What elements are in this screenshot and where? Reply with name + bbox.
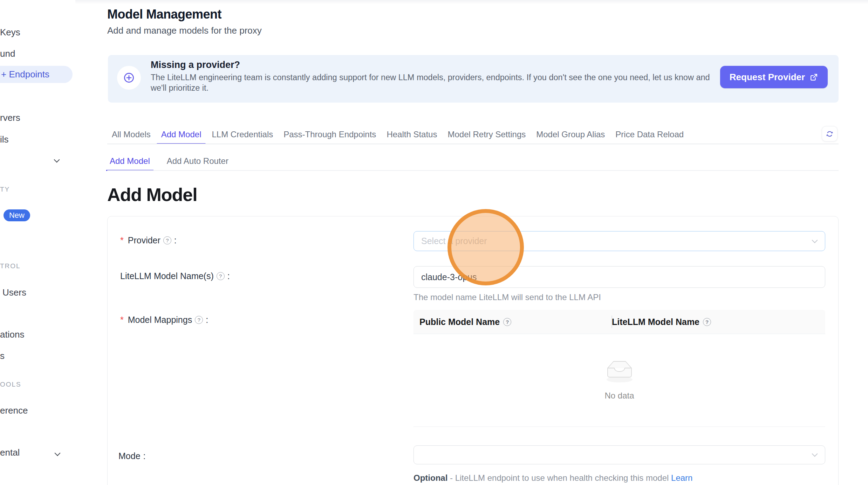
sidebar-section-ools: OOLS bbox=[0, 380, 21, 389]
label-colon: : bbox=[206, 315, 208, 325]
sidebar-collapse-item[interactable] bbox=[54, 158, 60, 164]
table-header-row: Public Model Name ? LiteLLM Model Name ? bbox=[414, 310, 825, 334]
chevron-down-icon bbox=[813, 238, 817, 243]
model-management-page: Keys und + Endpoints rvers ils TY New TR… bbox=[0, 0, 868, 485]
no-data-text: No data bbox=[604, 391, 634, 401]
tab-llm-credentials[interactable]: LLM Credentials bbox=[207, 125, 278, 144]
help-icon[interactable]: ? bbox=[217, 272, 225, 280]
page-subtitle: Add and manage models for the proxy bbox=[107, 25, 262, 36]
model-mappings-table: Public Model Name ? LiteLLM Model Name ?… bbox=[414, 310, 825, 427]
sidebar-item-endpoints-label: + Endpoints bbox=[1, 69, 49, 80]
model-name-helper: The model name LiteLLM will send to the … bbox=[414, 292, 601, 302]
banner-title: Missing a provider? bbox=[151, 60, 240, 70]
new-badge: New bbox=[4, 209, 30, 221]
sidebar-item-erence[interactable]: erence bbox=[0, 404, 28, 416]
refresh-button[interactable] bbox=[822, 126, 838, 141]
tab-health-status[interactable]: Health Status bbox=[382, 125, 442, 144]
provider-label: * Provider ? : bbox=[120, 235, 177, 245]
plus-circle-icon bbox=[117, 66, 141, 90]
sidebar-item-ils[interactable]: ils bbox=[0, 133, 9, 145]
tab-pass-through-endpoints[interactable]: Pass-Through Endpoints bbox=[279, 125, 381, 144]
tab-all-models[interactable]: All Models bbox=[107, 125, 155, 144]
mode-label: Mode : bbox=[118, 451, 146, 461]
help-icon[interactable]: ? bbox=[503, 318, 511, 326]
chevron-down-icon bbox=[55, 451, 60, 456]
refresh-icon bbox=[826, 130, 834, 138]
form-heading: Add Model bbox=[107, 184, 197, 205]
model-mappings-label-text: Model Mappings bbox=[128, 315, 192, 325]
sidebar-item-und[interactable]: und bbox=[0, 48, 15, 60]
table-empty-state: No data bbox=[414, 334, 825, 427]
request-provider-label: Request Provider bbox=[730, 72, 805, 83]
provider-label-text: Provider bbox=[128, 235, 160, 245]
sidebar-item-ations[interactable]: ations bbox=[0, 328, 24, 340]
chevron-down-icon bbox=[54, 158, 60, 163]
required-mark: * bbox=[120, 315, 124, 325]
new-badge-label: New bbox=[9, 211, 25, 220]
column-header-text: Public Model Name bbox=[419, 317, 500, 327]
sidebar-section-trol: TROL bbox=[0, 262, 21, 270]
help-icon[interactable]: ? bbox=[163, 236, 171, 244]
empty-inbox-icon bbox=[602, 357, 637, 384]
mode-helper-text: - LiteLLM endpoint to use when health ch… bbox=[447, 473, 671, 483]
banner-body-line2: we'll prioritize it. bbox=[151, 83, 710, 93]
label-colon: : bbox=[143, 451, 146, 461]
learn-link[interactable]: Learn bbox=[671, 473, 692, 483]
chevron-down-icon bbox=[813, 452, 817, 456]
sidebar-item-s[interactable]: s bbox=[0, 350, 5, 362]
tab-add-model[interactable]: Add Model bbox=[157, 125, 206, 144]
mode-label-text: Mode bbox=[118, 451, 141, 461]
model-name-input[interactable] bbox=[414, 266, 825, 288]
mode-helper-optional: Optional bbox=[414, 473, 447, 483]
column-divider bbox=[611, 316, 612, 328]
help-icon[interactable]: ? bbox=[703, 318, 711, 326]
provider-placeholder: Select a provider bbox=[414, 236, 487, 246]
top-edge-strip bbox=[75, 0, 868, 4]
model-name-label-text: LiteLLM Model Name(s) bbox=[120, 271, 214, 281]
tabs-divider bbox=[107, 144, 839, 144]
mode-helper: Optional - LiteLLM endpoint to use when … bbox=[414, 473, 692, 483]
external-link-icon bbox=[809, 73, 818, 82]
banner-body-line1: The LiteLLM engineering team is constant… bbox=[151, 72, 710, 83]
sidebar-item-ental[interactable]: ental bbox=[0, 446, 20, 458]
help-icon[interactable]: ? bbox=[195, 316, 203, 324]
add-model-subtabs: Add Model Add Auto Router bbox=[106, 152, 232, 171]
request-provider-button[interactable]: Request Provider bbox=[720, 66, 828, 88]
required-mark: * bbox=[120, 235, 124, 245]
banner-body: The LiteLLM engineering team is constant… bbox=[151, 72, 710, 93]
sidebar-item-keys[interactable]: Keys bbox=[0, 26, 20, 38]
mode-select[interactable] bbox=[414, 445, 825, 464]
label-colon: : bbox=[174, 235, 177, 245]
tab-model-retry-settings[interactable]: Model Retry Settings bbox=[443, 125, 530, 144]
label-colon: : bbox=[227, 271, 230, 281]
column-header-litellm-model-name: LiteLLM Model Name ? bbox=[606, 317, 711, 327]
model-tabs: All Models Add Model LLM Credentials Pas… bbox=[107, 125, 688, 144]
model-mappings-label: * Model Mappings ? : bbox=[120, 315, 208, 325]
tab-price-data-reload[interactable]: Price Data Reload bbox=[611, 125, 688, 144]
missing-provider-banner: Missing a provider? The LiteLLM engineer… bbox=[108, 55, 839, 103]
subtab-add-model[interactable]: Add Model bbox=[106, 152, 153, 171]
sidebar-item-rvers[interactable]: rvers bbox=[0, 112, 20, 124]
sidebar-ental-toggle[interactable] bbox=[55, 451, 60, 458]
sidebar-item-endpoints-active[interactable]: + Endpoints bbox=[0, 66, 73, 83]
column-header-text: LiteLLM Model Name bbox=[612, 317, 699, 327]
tab-model-group-alias[interactable]: Model Group Alias bbox=[532, 125, 609, 144]
page-title: Model Management bbox=[107, 7, 221, 22]
model-name-label: LiteLLM Model Name(s) ? : bbox=[120, 271, 230, 281]
sidebar-section-ty: TY bbox=[0, 185, 10, 194]
provider-select[interactable]: Select a provider bbox=[414, 231, 825, 251]
column-header-public-model-name: Public Model Name ? bbox=[414, 317, 606, 327]
sidebar-item-users[interactable]: Users bbox=[2, 286, 26, 298]
subtabs-divider bbox=[107, 170, 839, 171]
subtab-add-auto-router[interactable]: Add Auto Router bbox=[163, 152, 232, 171]
